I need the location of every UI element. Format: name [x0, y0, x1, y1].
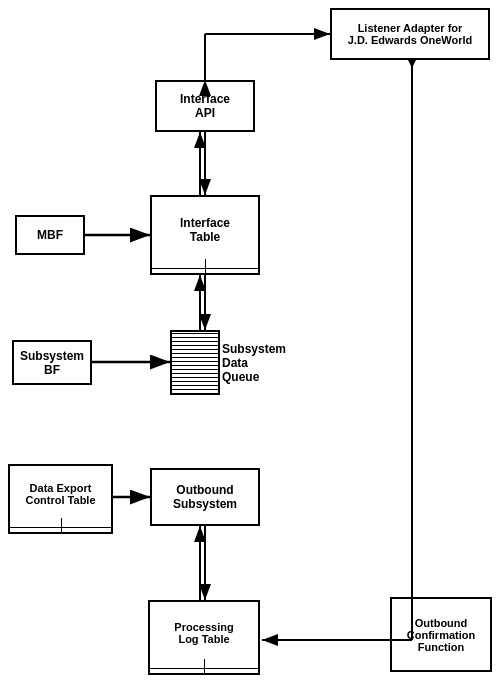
mbf-label: MBF	[37, 228, 63, 242]
diagram: Listener Adapter for J.D. Edwards OneWor…	[0, 0, 500, 685]
mbf-box: MBF	[15, 215, 85, 255]
outbound-confirmation-box: Outbound Confirmation Function	[390, 597, 492, 672]
listener-box: Listener Adapter for J.D. Edwards OneWor…	[330, 8, 490, 60]
subsystem-bf-label: Subsystem BF	[20, 349, 84, 377]
data-export-box: Data Export Control Table	[8, 464, 113, 534]
listener-label: Listener Adapter for J.D. Edwards OneWor…	[348, 22, 473, 46]
interface-api-label: Interface API	[180, 92, 230, 120]
svg-marker-15	[408, 60, 416, 68]
outbound-confirmation-label: Outbound Confirmation Function	[407, 617, 475, 653]
interface-api-box: Interface API	[155, 80, 255, 132]
interface-table-box: Interface Table	[150, 195, 260, 275]
outbound-subsystem-box: Outbound Subsystem	[150, 468, 260, 526]
queue-label: Subsystem Data Queue	[222, 342, 292, 384]
subsystem-data-queue-box: Subsystem Data Queue	[170, 330, 220, 395]
processing-log-box: Processing Log Table	[148, 600, 260, 675]
data-export-label: Data Export Control Table	[25, 482, 95, 506]
processing-log-label: Processing Log Table	[174, 621, 233, 645]
subsystem-bf-box: Subsystem BF	[12, 340, 92, 385]
outbound-subsystem-label: Outbound Subsystem	[173, 483, 237, 511]
interface-table-label: Interface Table	[180, 216, 230, 244]
